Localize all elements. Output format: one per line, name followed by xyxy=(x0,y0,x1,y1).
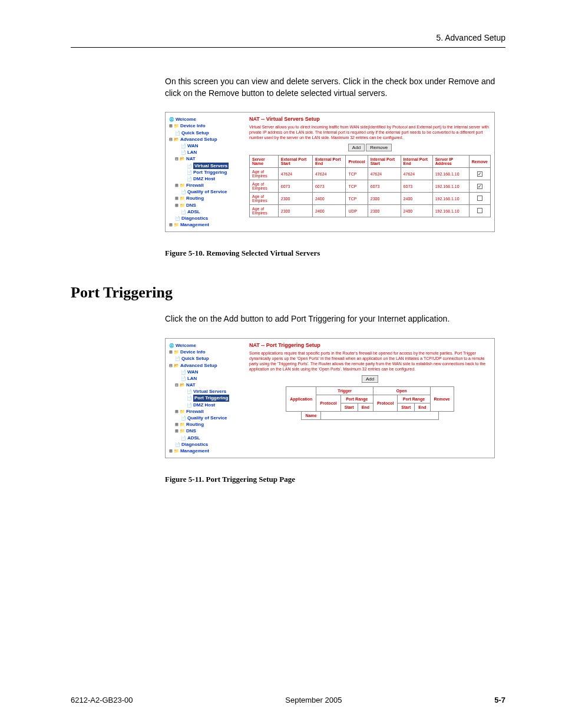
tree-welcome[interactable]: Welcome xyxy=(169,116,246,123)
tree-label: Management xyxy=(180,222,209,227)
footer-left: 6212-A2-GB23-00 xyxy=(71,696,133,704)
tree-quick-setup[interactable]: Quick Setup xyxy=(169,130,246,136)
remove-cell xyxy=(469,180,490,193)
tree-dmz-host[interactable]: DMZ Host xyxy=(169,402,246,408)
tree-quick-setup[interactable]: Quick Setup xyxy=(169,355,246,362)
tree-wan[interactable]: WAN xyxy=(169,369,246,375)
remove-button[interactable]: Remove xyxy=(366,144,392,151)
cell: Age of Empires xyxy=(250,180,279,193)
tree-dns[interactable]: DNS xyxy=(169,202,246,209)
tree-device-info[interactable]: Device Info xyxy=(169,123,246,129)
cell: Age of Empires xyxy=(250,205,279,217)
page-header: 5. Advanced Setup xyxy=(71,33,505,42)
col-int-end: Internal Port End xyxy=(401,155,432,168)
col-server-ip: Server IP Address xyxy=(432,155,469,168)
remove-checkbox[interactable] xyxy=(477,184,482,189)
cell: 192.168.1.10 xyxy=(432,193,469,205)
tree-wan[interactable]: WAN xyxy=(169,143,246,149)
col-int-start: Internal Port Start xyxy=(368,155,401,168)
footer-center: September 2005 xyxy=(285,696,342,704)
port-triggering-table: Application Trigger Open Remove Protocol… xyxy=(286,386,454,412)
tree-port-triggering[interactable]: Port Triggering xyxy=(169,169,246,176)
tree-nat[interactable]: NAT xyxy=(169,382,246,388)
tree-routing[interactable]: Routing xyxy=(169,421,246,428)
col-remove: Remove xyxy=(469,155,490,168)
tree-dns[interactable]: DNS xyxy=(169,428,246,434)
tree-diagnostics[interactable]: Diagnostics xyxy=(169,441,246,448)
col-server-name: Server Name xyxy=(250,155,279,168)
cell: 47624 xyxy=(278,168,312,180)
paragraph-2: Click the on the Add button to add Port … xyxy=(165,313,505,325)
tree-dmz-host[interactable]: DMZ Host xyxy=(169,176,246,182)
col-end: End xyxy=(358,403,373,412)
col-name: Name xyxy=(302,412,320,420)
tree-label: Advanced Setup xyxy=(180,363,217,368)
tree-management[interactable]: Management xyxy=(169,448,246,454)
tree-qos[interactable]: Quality of Service xyxy=(169,188,246,195)
remove-checkbox[interactable] xyxy=(477,196,482,201)
cell: 6073 xyxy=(368,180,401,193)
virtual-servers-table: Server Name External Port Start External… xyxy=(249,155,491,217)
nav-tree-2: Welcome Device Info Quick Setup Advanced… xyxy=(169,342,246,454)
vs-title: NAT -- Virtual Servers Setup xyxy=(249,116,491,122)
col-port-range: Port Range xyxy=(340,395,373,403)
cell: 47624 xyxy=(401,168,432,180)
tree-port-triggering[interactable]: Port Triggering xyxy=(169,395,246,401)
empty-cell xyxy=(320,412,438,420)
port-triggering-name-row: Name xyxy=(301,411,438,420)
tree-device-info[interactable]: Device Info xyxy=(169,349,246,355)
cell: Age of Empires xyxy=(250,193,279,205)
tree-adsl[interactable]: ADSL xyxy=(169,209,246,215)
tree-advanced-setup[interactable]: Advanced Setup xyxy=(169,362,246,369)
tree-label: Firewall xyxy=(186,409,204,414)
table-row: Age of Empires60736073TCP60736073192.168… xyxy=(250,180,491,193)
tree-nat[interactable]: NAT xyxy=(169,155,246,162)
cell: 2300 xyxy=(368,205,401,217)
cell: 47624 xyxy=(368,168,401,180)
cell: 6073 xyxy=(278,180,312,193)
tree-welcome[interactable]: Welcome xyxy=(169,342,246,349)
tree-diagnostics[interactable]: Diagnostics xyxy=(169,215,246,221)
cell: 2300 xyxy=(278,193,312,205)
tree-lan[interactable]: LAN xyxy=(169,149,246,155)
cell: TCP xyxy=(346,168,368,180)
remove-checkbox[interactable] xyxy=(477,171,482,177)
col-start: Start xyxy=(398,403,415,412)
tree-label: Port Triggering xyxy=(193,395,229,401)
heading-port-triggering: Port Triggering xyxy=(71,284,505,302)
add-button[interactable]: Add xyxy=(348,144,365,151)
col-trigger: Trigger xyxy=(316,387,373,395)
tree-adsl[interactable]: ADSL xyxy=(169,435,246,441)
table-row: Age of Empires23002400UDP23002400192.168… xyxy=(250,205,491,217)
cell: 192.168.1.10 xyxy=(432,180,469,193)
tree-lan[interactable]: LAN xyxy=(169,375,246,382)
tree-advanced-setup[interactable]: Advanced Setup xyxy=(169,136,246,143)
tree-routing[interactable]: Routing xyxy=(169,195,246,201)
tree-management[interactable]: Management xyxy=(169,221,246,228)
remove-checkbox[interactable] xyxy=(477,208,482,213)
page-footer: 6212-A2-GB23-00 September 2005 5-7 xyxy=(71,696,505,704)
cell: 2400 xyxy=(401,193,432,205)
figure-5-10-caption: Figure 5-10. Removing Selected Virtual S… xyxy=(165,249,505,258)
col-open: Open xyxy=(373,387,430,395)
tree-qos[interactable]: Quality of Service xyxy=(169,415,246,421)
tree-label: Advanced Setup xyxy=(180,137,217,142)
figure-5-11-caption: Figure 5-11. Port Triggering Setup Page xyxy=(165,475,505,484)
nav-tree: Welcome Device Info Quick Setup Advanced… xyxy=(169,116,246,228)
add-button[interactable]: Add xyxy=(362,375,378,383)
tree-virtual-servers[interactable]: Virtual Servers xyxy=(169,163,246,169)
cell: 2300 xyxy=(368,193,401,205)
header-rule xyxy=(71,47,505,48)
pt-title: NAT -- Port Triggering Setup xyxy=(249,342,491,348)
col-protocol: Protocol xyxy=(316,395,340,412)
remove-cell xyxy=(469,193,490,205)
tree-firewall[interactable]: Firewall xyxy=(169,408,246,415)
tree-firewall[interactable]: Firewall xyxy=(169,182,246,188)
paragraph-1: On this screen you can view and delete s… xyxy=(165,76,505,99)
vs-desc: Virtual Server allows you to direct inco… xyxy=(249,124,491,140)
col-protocol: Protocol xyxy=(346,155,368,168)
cell: 6073 xyxy=(312,180,345,193)
tree-virtual-servers[interactable]: Virtual Servers xyxy=(169,388,246,395)
cell: TCP xyxy=(346,193,368,205)
pt-desc: Some applications require that specific … xyxy=(249,350,491,372)
